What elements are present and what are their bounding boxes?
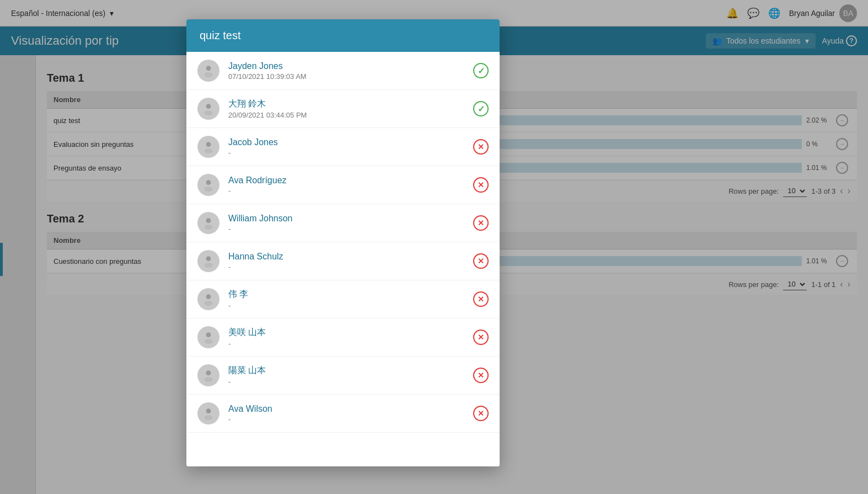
- student-date: -: [228, 148, 464, 157]
- person-icon: [201, 216, 216, 230]
- student-avatar: [197, 212, 219, 234]
- status-x-icon: [473, 368, 489, 383]
- svg-point-6: [206, 180, 211, 185]
- status-x-icon: [473, 406, 489, 421]
- student-name: Ava Rodríguez: [228, 176, 464, 185]
- student-avatar: [197, 98, 219, 120]
- svg-point-1: [204, 72, 212, 77]
- svg-point-15: [204, 339, 212, 344]
- person-icon: [201, 406, 216, 421]
- person-icon: [201, 178, 216, 192]
- student-avatar: [197, 60, 219, 82]
- student-avatar: [197, 326, 219, 348]
- student-name: 美咲 山本: [228, 327, 464, 338]
- student-info: Jayden Jones07/10/2021 10:39:03 AM: [228, 61, 464, 81]
- modal-body[interactable]: Jayden Jones07/10/2021 10:39:03 AM大翔 鈴木2…: [186, 52, 500, 466]
- student-list-item[interactable]: William Johnson-: [186, 204, 500, 242]
- student-info: 陽菜 山本-: [228, 365, 464, 386]
- student-avatar: [197, 402, 219, 424]
- student-info: 美咲 山本-: [228, 327, 464, 348]
- student-name: 伟 李: [228, 289, 464, 300]
- svg-point-14: [206, 332, 211, 337]
- student-date: 20/09/2021 03:44:05 PM: [228, 111, 464, 119]
- modal-overlay: quiz test Jayden Jones07/10/2021 10:39:0…: [0, 0, 868, 494]
- student-avatar: [197, 174, 219, 196]
- person-icon: [201, 140, 216, 154]
- student-name: 大翔 鈴木: [228, 98, 464, 110]
- status-x-icon: [473, 253, 489, 269]
- student-info: 大翔 鈴木20/09/2021 03:44:05 PM: [228, 98, 464, 119]
- student-list-item[interactable]: Ava Rodríguez-: [186, 166, 500, 204]
- student-info: Ava Rodríguez-: [228, 176, 464, 195]
- svg-point-12: [206, 294, 211, 299]
- status-x-icon: [473, 330, 489, 345]
- person-icon: [201, 102, 216, 116]
- modal-header: quiz test: [186, 19, 500, 52]
- student-date: -: [228, 339, 464, 348]
- student-info: Ava Wilson-: [228, 404, 464, 423]
- svg-point-19: [204, 415, 212, 420]
- svg-point-10: [206, 256, 211, 261]
- student-info: Jacob Jones-: [228, 137, 464, 157]
- student-avatar: [197, 288, 219, 310]
- student-list-item[interactable]: Ava Wilson-: [186, 395, 500, 433]
- student-info: William Johnson-: [228, 214, 464, 233]
- student-name: Hanna Schulz: [228, 252, 464, 262]
- svg-point-8: [206, 218, 211, 223]
- svg-point-17: [204, 377, 212, 382]
- student-name: 陽菜 山本: [228, 365, 464, 376]
- person-icon: [201, 368, 216, 383]
- student-avatar: [197, 364, 219, 386]
- student-avatar: [197, 136, 219, 158]
- student-list-item[interactable]: Jacob Jones-: [186, 128, 500, 166]
- status-check-icon: [473, 63, 489, 78]
- svg-point-2: [206, 104, 211, 109]
- svg-point-7: [204, 187, 212, 192]
- student-date: -: [228, 187, 464, 195]
- student-date: -: [228, 301, 464, 310]
- svg-point-5: [204, 148, 212, 153]
- person-icon: [201, 292, 216, 306]
- student-list-item[interactable]: 伟 李-: [186, 280, 500, 318]
- student-list-item[interactable]: 大翔 鈴木20/09/2021 03:44:05 PM: [186, 90, 500, 128]
- student-avatar: [197, 250, 219, 272]
- student-list-item[interactable]: 美咲 山本-: [186, 318, 500, 357]
- background-page: Español - Internacional (es) ▾ 🔔 💬 🌐 Bry…: [0, 0, 868, 494]
- student-date: -: [228, 378, 464, 386]
- svg-point-3: [204, 110, 212, 115]
- status-x-icon: [473, 215, 489, 231]
- student-list-item[interactable]: Hanna Schulz-: [186, 242, 500, 280]
- student-name: Jayden Jones: [228, 61, 464, 71]
- student-info: Hanna Schulz-: [228, 252, 464, 271]
- student-date: 07/10/2021 10:39:03 AM: [228, 72, 464, 81]
- student-date: -: [228, 415, 464, 423]
- person-icon: [201, 254, 216, 268]
- student-date: -: [228, 263, 464, 271]
- svg-point-11: [204, 263, 212, 268]
- modal-dialog: quiz test Jayden Jones07/10/2021 10:39:0…: [186, 19, 500, 466]
- svg-point-0: [206, 66, 211, 71]
- person-icon: [201, 330, 216, 344]
- svg-point-18: [206, 408, 211, 413]
- status-x-icon: [473, 139, 489, 155]
- student-name: Jacob Jones: [228, 137, 464, 147]
- status-x-icon: [473, 291, 489, 307]
- student-name: Ava Wilson: [228, 404, 464, 414]
- modal-title: quiz test: [200, 29, 240, 41]
- student-list-item[interactable]: Jayden Jones07/10/2021 10:39:03 AM: [186, 52, 500, 90]
- status-x-icon: [473, 177, 489, 193]
- student-list-item[interactable]: 陽菜 山本-: [186, 357, 500, 395]
- student-info: 伟 李-: [228, 289, 464, 310]
- svg-point-16: [206, 370, 211, 375]
- student-date: -: [228, 225, 464, 233]
- svg-point-4: [206, 142, 211, 147]
- svg-point-9: [204, 225, 212, 230]
- student-name: William Johnson: [228, 214, 464, 224]
- svg-point-13: [204, 301, 212, 306]
- status-check-icon: [473, 101, 489, 116]
- person-icon: [201, 63, 216, 78]
